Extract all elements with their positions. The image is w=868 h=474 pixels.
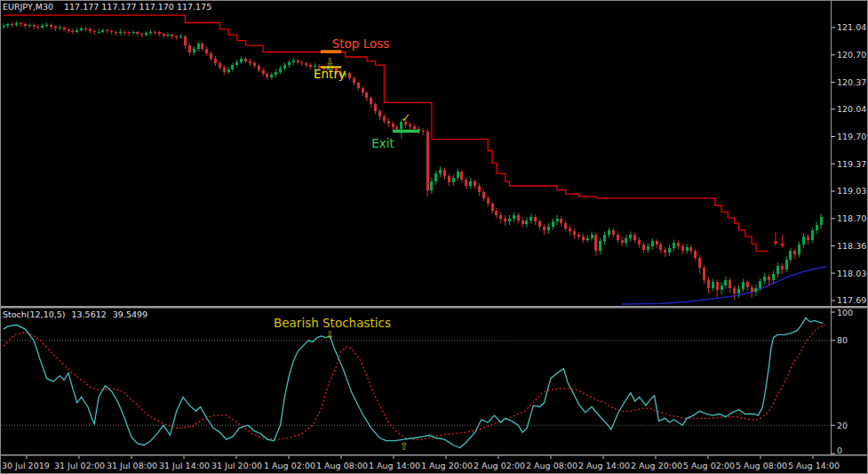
- candle: [154, 32, 156, 33]
- oversold-up-arrow-icon: ⇧: [400, 440, 409, 453]
- candle: [179, 36, 182, 37]
- candle: [768, 277, 770, 281]
- candle: [362, 88, 364, 93]
- candle: [686, 247, 689, 252]
- stochastic-header: Stoch(12,10,5)13.561239.5499: [3, 309, 147, 319]
- price-axis-label: 119.705: [837, 132, 868, 141]
- exit-label: Exit: [371, 136, 394, 150]
- candle: [577, 235, 580, 237]
- moving-average-line: [622, 267, 826, 304]
- stoch-axis-label: 100: [837, 308, 853, 317]
- candle: [642, 245, 645, 250]
- candle: [33, 25, 36, 27]
- panel-divider[interactable]: [0, 306, 868, 309]
- exit-check-icon: ✓: [402, 111, 411, 125]
- chart-surface[interactable]: 121.040120.705120.370120.040119.705119.3…: [0, 0, 868, 474]
- candle: [163, 34, 165, 36]
- candle: [668, 248, 671, 253]
- candle: [443, 170, 446, 176]
- candle: [724, 280, 727, 285]
- entry-down-arrow-icon: ⇩: [325, 56, 334, 68]
- candle: [275, 72, 277, 76]
- candle: [283, 65, 286, 68]
- candle: [119, 32, 122, 34]
- candle: [621, 240, 624, 244]
- candle: [63, 28, 66, 29]
- time-axis-label: 2 Aug 02:00: [474, 461, 525, 470]
- time-axis: 30 Jul 201931 Jul 02:0031 Jul 08:0031 Ju…: [2, 456, 840, 471]
- candle: [80, 28, 83, 30]
- candle: [538, 221, 541, 227]
- candle: [253, 63, 256, 66]
- time-axis-label: 1 Aug 14:00: [369, 461, 420, 470]
- bearish-down-arrow-icon: ⇩: [325, 329, 334, 341]
- sell-arrow-icon: [780, 244, 784, 248]
- candle: [378, 111, 381, 116]
- candle: [560, 219, 562, 224]
- candle: [612, 230, 615, 235]
- candle: [656, 241, 658, 245]
- candle: [716, 282, 719, 290]
- candle: [370, 98, 372, 104]
- candle: [20, 23, 22, 24]
- candle: [499, 215, 502, 219]
- candle: [547, 227, 550, 231]
- ohlc-values: 117.177 117.177 117.170 117.175: [64, 2, 211, 12]
- candle: [219, 63, 221, 68]
- candle: [115, 32, 117, 33]
- candle: [522, 221, 524, 225]
- candle: [210, 53, 212, 59]
- price-axis-label: 119.035: [837, 186, 868, 196]
- candle: [158, 32, 161, 34]
- candle: [430, 181, 433, 189]
- candle: [110, 31, 113, 33]
- candle: [15, 23, 18, 25]
- exit-bar: [393, 130, 419, 133]
- candle: [68, 29, 70, 31]
- candle: [807, 237, 809, 240]
- candle: [491, 204, 494, 210]
- candle: [235, 62, 238, 66]
- candle: [591, 235, 593, 238]
- stop-loss-label: Stop Loss: [332, 36, 390, 51]
- candle: [89, 29, 92, 31]
- candle: [166, 35, 169, 36]
- candle: [733, 288, 736, 293]
- candle: [258, 66, 260, 70]
- candle: [754, 288, 757, 293]
- candle: [508, 219, 511, 222]
- candle: [279, 68, 282, 72]
- candle: [603, 235, 606, 241]
- candle: [712, 282, 714, 287]
- stoch-main-line: [4, 317, 823, 447]
- candle: [149, 32, 152, 34]
- price-axis-label: 118.700: [837, 213, 868, 223]
- candle: [41, 26, 44, 28]
- candle: [171, 35, 173, 36]
- bearish-stochastics-label: Bearish Stochastics: [274, 316, 391, 330]
- price-axis-label: 117.695: [837, 295, 868, 305]
- candle: [677, 243, 680, 246]
- candle: [737, 289, 740, 294]
- candle: [288, 62, 291, 65]
- candle: [474, 181, 476, 187]
- candle: [582, 237, 585, 240]
- price-axis-label: 120.040: [837, 104, 868, 114]
- candle: [365, 92, 368, 98]
- candle: [664, 250, 666, 253]
- time-axis-label: 1 Aug 20:00: [421, 461, 473, 470]
- candle: [495, 211, 498, 216]
- candle: [193, 49, 195, 53]
- time-axis-label: 2 Aug 20:00: [631, 461, 682, 470]
- candle: [270, 75, 273, 77]
- candle: [205, 49, 208, 54]
- time-axis-label: 1 Aug 02:00: [264, 461, 315, 470]
- candle: [123, 32, 126, 33]
- candle: [387, 121, 390, 125]
- price-axis: 121.040120.705120.370120.040119.705119.3…: [832, 22, 868, 305]
- candle: [140, 34, 143, 35]
- candle: [772, 274, 775, 280]
- candle: [776, 266, 779, 274]
- price-axis-label: 120.370: [837, 77, 868, 87]
- candle: [383, 116, 386, 121]
